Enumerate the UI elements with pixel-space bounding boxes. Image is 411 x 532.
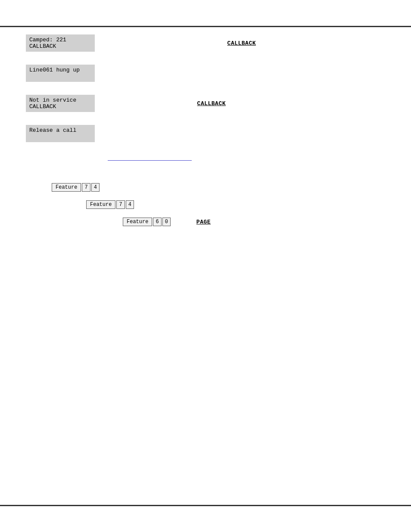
release-call-section: Release a call bbox=[0, 125, 411, 142]
feature-key1-2[interactable]: 7 bbox=[116, 200, 125, 209]
feature-row-1-container: Feature 7 4 bbox=[0, 183, 411, 192]
blue-underline-link[interactable] bbox=[108, 155, 192, 162]
feature-key1-3[interactable]: 6 bbox=[153, 218, 161, 226]
not-in-service-status-box: Not in service CALLBACK bbox=[26, 95, 95, 112]
release-call-status-box: Release a call bbox=[26, 125, 95, 142]
feature-key1-1[interactable]: 7 bbox=[82, 183, 90, 192]
camped-line1: Camped: 221 bbox=[29, 37, 91, 43]
feature-row-3-container: Feature 6 0 PAGE bbox=[0, 218, 411, 226]
not-in-service-line2: CALLBACK bbox=[29, 103, 91, 110]
page-link[interactable]: PAGE bbox=[196, 219, 211, 225]
line061-status-box: Line061 hung up bbox=[26, 65, 95, 82]
camped-section: Camped: 221 CALLBACK CALLBACK bbox=[0, 34, 411, 52]
top-border bbox=[0, 26, 411, 27]
feature-key2-2[interactable]: 4 bbox=[126, 200, 134, 209]
release-call-line1: Release a call bbox=[29, 127, 91, 134]
line061-section: Line061 hung up bbox=[0, 65, 411, 82]
camped-line2: CALLBACK bbox=[29, 43, 91, 50]
not-in-service-section: Not in service CALLBACK CALLBACK bbox=[0, 95, 411, 112]
blue-link-row bbox=[0, 155, 411, 162]
camped-callback-link[interactable]: CALLBACK bbox=[227, 40, 256, 47]
not-in-service-line1: Not in service bbox=[29, 97, 91, 103]
feature-button-2[interactable]: Feature bbox=[86, 200, 115, 209]
camped-status-box: Camped: 221 CALLBACK bbox=[26, 34, 95, 52]
not-in-service-callback-link[interactable]: CALLBACK bbox=[197, 100, 226, 107]
bottom-border bbox=[0, 505, 411, 506]
feature-row-2-container: Feature 7 4 bbox=[0, 200, 411, 209]
feature-key2-1[interactable]: 4 bbox=[91, 183, 100, 192]
feature-key2-3[interactable]: 0 bbox=[162, 218, 171, 226]
feature-button-1[interactable]: Feature bbox=[52, 183, 81, 192]
line061-line1: Line061 hung up bbox=[29, 67, 91, 73]
feature-button-3[interactable]: Feature bbox=[123, 218, 152, 226]
